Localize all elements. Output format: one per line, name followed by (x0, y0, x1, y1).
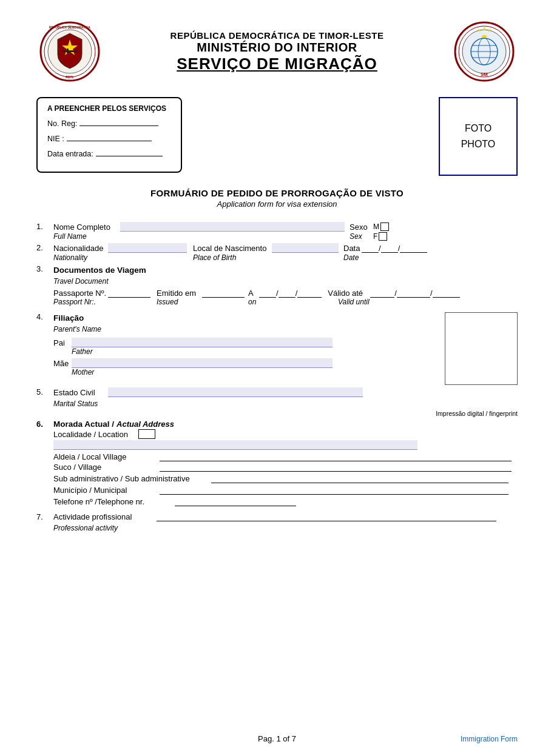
sex-m-label: M (373, 222, 379, 231)
field5-en: Marital Status (53, 398, 518, 409)
svg-text:SM: SM (481, 72, 488, 77)
valid-year[interactable] (433, 289, 460, 298)
field2-content: Nacionalidade Local de Nascimento Data /… (53, 243, 518, 262)
suco-input[interactable] (160, 463, 512, 472)
passport-num[interactable] (108, 289, 150, 298)
valid-day[interactable] (370, 289, 394, 298)
admin-box: A PREENCHER PELOS SERVIÇOS No. Reg: NIE … (36, 97, 182, 173)
field3-num: 3. (36, 264, 53, 273)
emitido-em-label: Emitido em (157, 289, 202, 298)
field3-title-en: Travel Document (53, 275, 518, 286)
on-label: on (248, 298, 259, 306)
filiacao-label: Filiação (53, 313, 84, 323)
sub-admin-input[interactable] (211, 474, 508, 483)
telefone-input[interactable] (175, 497, 296, 506)
doc-viagem-label: Documentos de Viagem (53, 266, 146, 275)
suco-row: Suco / Village (53, 463, 518, 472)
location-input-row (53, 440, 518, 450)
nie-input[interactable] (67, 133, 152, 141)
fingerprint-label: Impressão digital / fingerprint (36, 410, 518, 417)
passaporte-label: Passaporte Nº. (53, 289, 108, 298)
field1-content: Nome Completo Sexo M Full Name Sex F (53, 222, 518, 241)
field5-num: 5. (36, 387, 53, 396)
nie-label: NIE : (47, 135, 64, 143)
data-year[interactable] (400, 244, 427, 253)
svg-text:REPÚBLICA DEMOCRÁTICA: REPÚBLICA DEMOCRÁTICA (49, 25, 90, 29)
field1-row: 1. Nome Completo Sexo M Full Name Sex F (36, 222, 518, 241)
sub-admin-label: Sub administrativo / Sub administrative (53, 474, 211, 483)
mae-input[interactable] (72, 358, 333, 368)
reg-input[interactable] (79, 118, 158, 126)
right-seal: SM (451, 18, 518, 85)
left-seal: REPÚBLICA DEMOCRÁTICA RDTL (36, 18, 103, 85)
field4-content: Filiação Parent's Name Pai Father Mãe (53, 312, 427, 376)
aldeia-input[interactable] (160, 452, 512, 461)
passport-row: Passaporte Nº. Emitido em A / / Válido a… (53, 289, 518, 298)
field2-row: 2. Nacionalidade Local de Nascimento Dat… (36, 243, 518, 262)
nacionalidade-input[interactable] (108, 243, 187, 253)
field2-bottom: Nationality Place of Birth Date (53, 253, 518, 262)
valid-month[interactable] (397, 289, 430, 298)
emitido-place[interactable] (202, 289, 245, 298)
sex-f-checkbox[interactable] (379, 232, 387, 241)
svg-rect-6 (67, 49, 69, 53)
estado-civil-input[interactable] (108, 387, 363, 397)
local-nascimento-input[interactable] (272, 243, 339, 253)
passport-row-en: Passport Nr:. Issued on Valid until (53, 298, 518, 306)
field7-content: Actividade profissional Professional act… (53, 512, 518, 533)
form-title-pt: FORMUÁRIO DE PEDIDO DE PRORROGAÇÃO DE VI… (36, 188, 518, 198)
date-en: Date (343, 253, 359, 262)
pai-row: Pai (53, 338, 427, 347)
field4-num: 4. (36, 312, 53, 321)
data-input[interactable] (96, 148, 163, 156)
field1-bottom: Full Name Sex F (53, 232, 518, 241)
page-number: Pag. 1 of 7 (258, 734, 296, 743)
municipio-row: Município / Municipal (53, 486, 518, 495)
form-title: FORMUÁRIO DE PEDIDO DE PRORROGAÇÃO DE VI… (36, 188, 518, 209)
field6-row: 6. Morada Actual / Actual Address Locali… (36, 420, 518, 507)
marital-status-en: Marital Status (53, 400, 98, 408)
a-label: A (248, 289, 259, 298)
admin-field-data: Data entrada: (47, 148, 171, 158)
admin-field-nie: NIE : (47, 133, 171, 143)
morada-label: Morada Actual / (53, 420, 114, 429)
header-text: REPÚBLICA DEMOCRÁTICA DE TIMOR-LESTE MIN… (103, 30, 451, 73)
immigration-form-label: Immigration Form (461, 733, 518, 744)
field5-top: Estado Civil (53, 387, 518, 397)
filiacao-title-en: Parent's Name (53, 323, 427, 334)
father-label-en: Father (72, 347, 93, 356)
data-label: Data entrada: (47, 150, 93, 158)
field2-top: Nacionalidade Local de Nascimento Data /… (53, 243, 518, 253)
place-birth-en: Place of Birth (193, 253, 272, 262)
mother-en: Mother (72, 368, 427, 376)
pai-input[interactable] (72, 338, 333, 347)
fingerprint-area (439, 312, 518, 385)
nome-completo-label: Nome Completo (53, 222, 120, 232)
field1-top: Nome Completo Sexo M (53, 222, 518, 232)
passport-month[interactable] (279, 289, 296, 298)
actividade-input[interactable] (157, 512, 496, 521)
sexo-label: Sexo (350, 222, 371, 232)
admin-photo-row: A PREENCHER PELOS SERVIÇOS No. Reg: NIE … (36, 97, 518, 176)
immigration-label: Immigration Form (461, 735, 518, 743)
fp-text: Impressão digital / fingerprint (436, 410, 518, 417)
suco-label: Suco / Village (53, 463, 160, 472)
svg-rect-5 (62, 50, 77, 52)
data-day[interactable] (362, 244, 379, 253)
nome-completo-input[interactable] (120, 222, 345, 232)
field3-content: Documentos de Viagem Travel Document Pas… (53, 264, 518, 306)
field1-num: 1. (36, 222, 53, 231)
actividade-label: Actividade profissional (53, 512, 157, 521)
passport-day[interactable] (259, 289, 276, 298)
sex-m-checkbox[interactable] (380, 222, 389, 231)
municipio-input[interactable] (160, 486, 508, 495)
filiacao-title: Filiação (53, 312, 427, 323)
photo-label: PHOTO (461, 139, 496, 150)
passport-year[interactable] (297, 289, 322, 298)
mae-row: Mãe (53, 358, 427, 368)
valid-until-en: Valid until (338, 298, 370, 306)
valido-label: Válido até (328, 289, 370, 298)
location-input[interactable] (53, 440, 417, 450)
nacionalidade-label: Nacionalidade (53, 244, 108, 253)
data-month[interactable] (381, 244, 398, 253)
